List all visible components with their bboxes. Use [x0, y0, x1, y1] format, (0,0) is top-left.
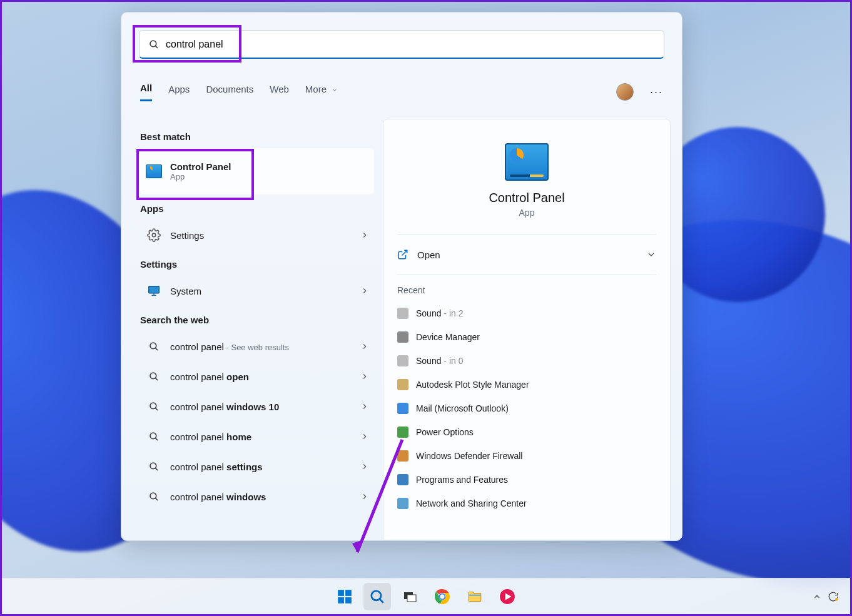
recent-item-label: Sound - in 2	[416, 308, 464, 318]
tab-all[interactable]: All	[140, 83, 152, 101]
web-result[interactable]: control panel windows 10	[140, 391, 374, 422]
svg-point-8	[150, 373, 156, 379]
web-result[interactable]: control panel windows	[140, 482, 374, 512]
chevron-right-icon	[360, 342, 369, 351]
open-external-icon	[397, 249, 408, 260]
monitor-icon	[147, 284, 161, 298]
svg-rect-3	[149, 286, 160, 293]
search-bar[interactable]	[139, 30, 664, 59]
start-search-panel: All Apps Documents Web More ··· Best mat…	[121, 12, 682, 541]
best-match-result[interactable]: Control Panel App	[140, 148, 374, 194]
search-icon	[148, 491, 160, 502]
recent-item[interactable]: Network and Sharing Center	[397, 492, 656, 515]
svg-line-11	[155, 408, 158, 410]
tab-web[interactable]: Web	[270, 84, 289, 101]
web-result[interactable]: control panel - See web results	[140, 331, 374, 361]
recent-item-icon	[397, 498, 408, 509]
section-heading-apps: Apps	[140, 203, 374, 214]
recent-item[interactable]: Power Options	[397, 420, 656, 444]
svg-line-17	[155, 498, 158, 500]
control-panel-large-icon	[505, 143, 549, 181]
preview-subtitle: App	[397, 208, 656, 218]
chevron-down-icon[interactable]	[646, 250, 656, 260]
chevron-right-icon	[360, 432, 369, 441]
svg-line-1	[155, 46, 158, 48]
control-panel-icon	[146, 164, 162, 178]
svg-point-2	[152, 233, 156, 237]
svg-point-6	[150, 343, 156, 349]
web-result[interactable]: control panel open	[140, 361, 374, 391]
search-icon	[369, 588, 385, 605]
recent-item[interactable]: Autodesk Plot Style Manager	[397, 373, 656, 396]
chevron-right-icon	[360, 286, 369, 295]
recent-item-label: Windows Defender Firewall	[416, 451, 522, 461]
search-input[interactable]	[166, 39, 655, 50]
search-icon	[148, 401, 160, 412]
result-app-settings[interactable]: Settings	[140, 220, 374, 250]
recent-item-icon	[397, 474, 408, 485]
best-match-subtitle: App	[170, 172, 231, 181]
taskbar	[2, 578, 850, 614]
task-view-icon	[402, 589, 417, 604]
open-action[interactable]: Open	[397, 235, 656, 275]
recent-item[interactable]: Programs and Features	[397, 468, 656, 492]
preview-title: Control Panel	[397, 191, 656, 205]
web-result-label: control panel - See web results	[170, 341, 289, 352]
svg-line-15	[155, 468, 158, 470]
recent-item-icon	[397, 355, 408, 366]
recent-item-label: Autodesk Plot Style Manager	[416, 380, 529, 390]
chevron-right-icon	[360, 492, 369, 501]
recent-item-label: Power Options	[416, 427, 474, 437]
svg-point-10	[150, 403, 156, 409]
section-heading-settings: Settings	[140, 259, 374, 270]
recent-item[interactable]: Sound - in 0	[397, 349, 656, 373]
recent-item-label: Programs and Features	[416, 475, 508, 485]
web-result-label: control panel home	[170, 432, 251, 442]
taskbar-app-chrome[interactable]	[429, 583, 456, 610]
system-tray[interactable]	[813, 591, 839, 602]
svg-point-0	[150, 41, 156, 47]
recent-item-label: Sound - in 0	[416, 356, 464, 366]
recent-item[interactable]: Device Manager	[397, 325, 656, 349]
web-result-label: control panel windows 10	[170, 401, 279, 412]
taskbar-app-explorer[interactable]	[461, 583, 489, 610]
svg-point-16	[150, 493, 156, 499]
recent-item-icon	[397, 403, 408, 414]
web-result[interactable]: control panel home	[140, 422, 374, 452]
svg-rect-24	[345, 597, 352, 603]
recent-item-icon	[397, 379, 408, 390]
more-options-button[interactable]: ···	[650, 86, 663, 99]
tab-documents[interactable]: Documents	[206, 84, 253, 101]
recent-item[interactable]: Mail (Microsoft Outlook)	[397, 396, 656, 420]
svg-rect-28	[407, 595, 416, 602]
result-setting-system[interactable]: System	[140, 276, 374, 306]
user-avatar[interactable]	[616, 83, 634, 101]
web-result-label: control panel settings	[170, 462, 263, 472]
recent-item-icon	[397, 450, 408, 462]
result-label: System	[170, 286, 201, 296]
svg-line-18	[402, 250, 407, 255]
chevron-right-icon	[360, 372, 369, 381]
svg-line-7	[155, 348, 158, 350]
sync-icon	[828, 591, 839, 602]
search-icon	[148, 39, 160, 50]
tab-apps[interactable]: Apps	[168, 84, 190, 101]
svg-point-25	[372, 590, 381, 600]
chevron-up-icon	[813, 592, 821, 601]
search-icon	[148, 431, 160, 442]
recent-item[interactable]: Windows Defender Firewall	[397, 444, 656, 468]
recent-item[interactable]: Sound - in 2	[397, 301, 656, 325]
web-result[interactable]: control panel settings	[140, 452, 374, 482]
folder-icon	[467, 588, 483, 605]
svg-point-14	[150, 463, 156, 469]
search-icon	[148, 461, 160, 472]
taskbar-search-button[interactable]	[363, 583, 391, 610]
search-icon	[148, 371, 160, 382]
chevron-right-icon	[360, 462, 369, 471]
result-preview-pane: Control Panel App Open Recent Sound - in…	[383, 119, 671, 540]
taskbar-app-generic[interactable]	[494, 583, 521, 610]
start-button[interactable]	[331, 583, 358, 610]
tab-more[interactable]: More	[305, 84, 338, 101]
task-view-button[interactable]	[396, 583, 423, 610]
svg-rect-22	[345, 590, 352, 596]
